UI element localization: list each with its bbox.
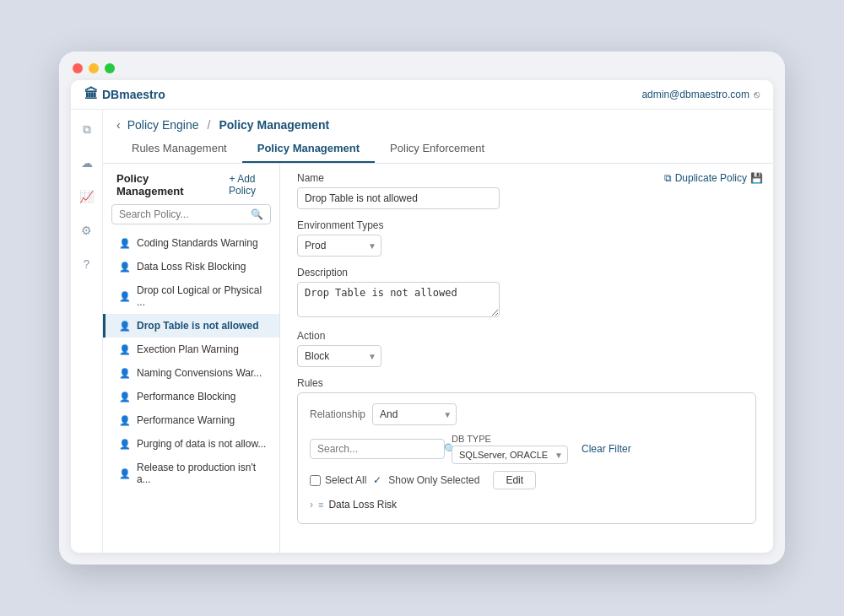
- action-select-wrap: Block Warn Allow ▼: [297, 345, 381, 367]
- rule-item-data-loss-risk: › ≡ Data Loss Risk: [310, 496, 744, 513]
- content-area: ‹ Policy Engine / Policy Management Rule…: [103, 110, 773, 553]
- desc-textarea[interactable]: Drop Table is not allowed: [297, 282, 500, 317]
- policy-item-execution-plan-warning[interactable]: 👤 Exection Plan Warning: [103, 338, 279, 361]
- topbar: 🏛 DBmaestro admin@dbmaestro.com ⎋: [71, 80, 773, 110]
- breadcrumb-separator: /: [208, 118, 211, 132]
- main-layout: ⧉ ☁ 📈 ⚙ ? ‹ Policy Engine / Policy Manag…: [71, 110, 773, 553]
- desc-label: Description: [297, 267, 756, 278]
- rules-search-input[interactable]: [317, 443, 444, 455]
- dot-yellow[interactable]: [89, 63, 99, 73]
- pm-content: Policy Management + Add Policy 🔍 👤: [103, 164, 773, 553]
- clear-filter-button[interactable]: Clear Filter: [575, 440, 638, 458]
- select-all-checkbox[interactable]: [310, 475, 321, 486]
- policy-item-label: Performance Warning: [137, 414, 235, 426]
- edit-button[interactable]: Edit: [493, 471, 536, 489]
- policy-item-icon: 👤: [119, 238, 131, 249]
- select-all-checkbox-label[interactable]: Select All: [310, 474, 366, 486]
- relationship-select-wrap: And Or ▼: [372, 403, 457, 425]
- show-only-selected-label: Show Only Selected: [388, 474, 479, 486]
- relationship-label: Relationship: [310, 408, 365, 420]
- db-type-label: DB TYPE: [452, 434, 568, 444]
- breadcrumb-section-link[interactable]: Policy Engine: [127, 118, 199, 132]
- policy-item-icon-active: 👤: [119, 321, 131, 332]
- outer-card: 🏛 DBmaestro admin@dbmaestro.com ⎋ ⧉ ☁ 📈 …: [59, 51, 785, 565]
- tab-policy-management[interactable]: Policy Management: [242, 135, 375, 163]
- duplicate-label: Duplicate Policy: [675, 172, 747, 184]
- policy-item-release-production[interactable]: 👤 Release to production isn't a...: [103, 456, 279, 491]
- policy-item-icon: 👤: [119, 368, 131, 379]
- policy-list-panel: Policy Management + Add Policy 🔍 👤: [103, 164, 280, 553]
- policy-item-performance-blocking[interactable]: 👤 Performance Blocking: [103, 385, 279, 408]
- form-group-rules: Rules Relationship And Or: [297, 377, 756, 524]
- dot-green[interactable]: [105, 63, 115, 73]
- topbar-right: admin@dbmaestro.com ⎋: [641, 89, 760, 100]
- dot-red[interactable]: [73, 63, 83, 73]
- env-select-wrap: Prod Dev Test QA ▼: [297, 235, 381, 257]
- env-label: Environment Types: [297, 219, 756, 231]
- nav-icon-cloud[interactable]: ☁: [76, 152, 98, 174]
- brand-icon: 🏛: [84, 87, 98, 102]
- brand-name: DBmaestro: [102, 88, 165, 101]
- policy-item-drop-col[interactable]: 👤 Drop col Logical or Physical ...: [103, 278, 279, 314]
- policy-item-data-loss-risk-blocking[interactable]: 👤 Data Loss Risk Blocking: [103, 255, 279, 278]
- policy-search-input[interactable]: [119, 208, 251, 220]
- policy-item-performance-warning[interactable]: 👤 Performance Warning: [103, 408, 279, 432]
- duplicate-policy-button[interactable]: ⧉ Duplicate Policy 💾: [664, 172, 763, 184]
- checkmark-icon: ✓: [373, 474, 381, 486]
- policy-item-purging-data[interactable]: 👤 Purging of data is not allow...: [103, 432, 279, 456]
- form-group-desc: Description Drop Table is not allowed: [297, 267, 756, 320]
- user-email-link[interactable]: admin@dbmaestro.com: [641, 89, 749, 100]
- form-group-env: Environment Types Prod Dev Test QA ▼: [297, 219, 756, 257]
- rules-box: Relationship And Or ▼: [297, 392, 756, 524]
- policy-item-label: Release to production isn't a...: [137, 462, 271, 485]
- select-all-label: Select All: [325, 474, 366, 486]
- nav-icon-help[interactable]: ?: [76, 253, 98, 275]
- relationship-select[interactable]: And Or: [372, 403, 457, 425]
- breadcrumb-current: Policy Management: [219, 118, 329, 132]
- relationship-row: Relationship And Or ▼: [310, 403, 744, 425]
- brand: 🏛 DBmaestro: [84, 87, 165, 102]
- rules-options-row: Select All ✓ Show Only Selected Edit: [310, 471, 744, 489]
- db-type-select-wrap: SQLServer, ORACLE SQLServer ORACLE MySQL…: [452, 446, 568, 464]
- action-select[interactable]: Block Warn Allow: [297, 345, 381, 367]
- rules-label: Rules: [297, 377, 756, 389]
- policy-items-list: 👤 Coding Standards Warning 👤 Data Loss R…: [103, 231, 279, 553]
- policy-item-label: Coding Standards Warning: [137, 237, 258, 249]
- breadcrumb: ‹ Policy Engine / Policy Management: [103, 110, 773, 132]
- policy-item-icon: 👤: [119, 291, 131, 302]
- rules-search-row: 🔍 DB TYPE SQLServer, ORACLE SQLServer: [310, 434, 744, 464]
- policy-item-naming-conventions[interactable]: 👤 Naming Convensions War...: [103, 361, 279, 385]
- policy-item-label: Naming Convensions War...: [137, 367, 262, 379]
- policy-item-icon: 👤: [119, 468, 131, 479]
- browser-frame: 🏛 DBmaestro admin@dbmaestro.com ⎋ ⧉ ☁ 📈 …: [71, 80, 773, 553]
- search-icon: 🔍: [251, 208, 263, 220]
- nav-icon-copy[interactable]: ⧉: [76, 118, 98, 140]
- policy-search-box: 🔍: [111, 204, 271, 224]
- env-select[interactable]: Prod Dev Test QA: [297, 235, 381, 257]
- logout-icon[interactable]: ⎋: [754, 89, 760, 100]
- tab-policy-enforcement[interactable]: Policy Enforcement: [375, 135, 500, 163]
- db-type-select[interactable]: SQLServer, ORACLE SQLServer ORACLE MySQL: [452, 446, 568, 464]
- rule-item-label: Data Loss Risk: [328, 499, 397, 511]
- nav-icon-gear[interactable]: ⚙: [76, 219, 98, 241]
- policy-item-label: Data Loss Risk Blocking: [137, 261, 246, 273]
- policy-item-icon: 👤: [119, 392, 131, 403]
- pm-title: Policy Management: [116, 172, 215, 197]
- policy-item-coding-standards-warning[interactable]: 👤 Coding Standards Warning: [103, 231, 279, 255]
- name-input[interactable]: [297, 187, 500, 209]
- form-group-action: Action Block Warn Allow ▼: [297, 330, 756, 367]
- policy-item-label: Exection Plan Warning: [137, 343, 239, 355]
- pm-header: Policy Management + Add Policy: [103, 164, 279, 204]
- nav-icon-chart[interactable]: 📈: [76, 186, 98, 208]
- duplicate-icon: ⧉: [664, 172, 672, 184]
- add-policy-button[interactable]: + Add Policy: [215, 173, 269, 197]
- policy-item-label: Drop col Logical or Physical ...: [137, 284, 271, 308]
- policy-item-drop-table[interactable]: 👤 Drop Table is not allowed: [103, 314, 279, 338]
- breadcrumb-back-arrow[interactable]: ‹: [116, 118, 121, 132]
- add-policy-label: + Add Policy: [215, 173, 269, 197]
- tab-rules-management[interactable]: Rules Management: [116, 135, 242, 163]
- policy-item-icon: 👤: [119, 415, 131, 426]
- rule-expand-icon[interactable]: ›: [310, 499, 313, 511]
- policy-item-label-active: Drop Table is not allowed: [137, 320, 258, 332]
- rules-search-box: 🔍: [310, 439, 445, 459]
